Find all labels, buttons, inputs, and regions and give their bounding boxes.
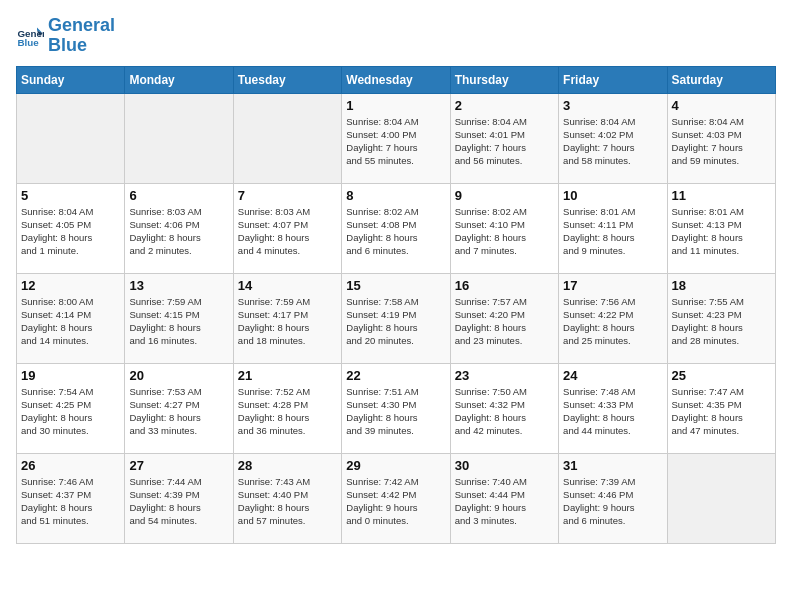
calendar-cell: 13Sunrise: 7:59 AM Sunset: 4:15 PM Dayli… (125, 273, 233, 363)
day-info: Sunrise: 8:01 AM Sunset: 4:13 PM Dayligh… (672, 205, 771, 258)
day-number: 31 (563, 458, 662, 473)
day-info: Sunrise: 7:40 AM Sunset: 4:44 PM Dayligh… (455, 475, 554, 528)
calendar-cell: 21Sunrise: 7:52 AM Sunset: 4:28 PM Dayli… (233, 363, 341, 453)
calendar-cell: 19Sunrise: 7:54 AM Sunset: 4:25 PM Dayli… (17, 363, 125, 453)
day-number: 16 (455, 278, 554, 293)
calendar-cell: 30Sunrise: 7:40 AM Sunset: 4:44 PM Dayli… (450, 453, 558, 543)
day-number: 30 (455, 458, 554, 473)
calendar-cell: 20Sunrise: 7:53 AM Sunset: 4:27 PM Dayli… (125, 363, 233, 453)
day-number: 29 (346, 458, 445, 473)
day-info: Sunrise: 7:56 AM Sunset: 4:22 PM Dayligh… (563, 295, 662, 348)
calendar-cell: 27Sunrise: 7:44 AM Sunset: 4:39 PM Dayli… (125, 453, 233, 543)
day-number: 20 (129, 368, 228, 383)
calendar-week-row: 5Sunrise: 8:04 AM Sunset: 4:05 PM Daylig… (17, 183, 776, 273)
calendar-cell: 25Sunrise: 7:47 AM Sunset: 4:35 PM Dayli… (667, 363, 775, 453)
day-number: 2 (455, 98, 554, 113)
day-number: 28 (238, 458, 337, 473)
svg-text:Blue: Blue (17, 37, 39, 48)
calendar-cell: 5Sunrise: 8:04 AM Sunset: 4:05 PM Daylig… (17, 183, 125, 273)
calendar-cell: 10Sunrise: 8:01 AM Sunset: 4:11 PM Dayli… (559, 183, 667, 273)
calendar-cell: 23Sunrise: 7:50 AM Sunset: 4:32 PM Dayli… (450, 363, 558, 453)
day-number: 27 (129, 458, 228, 473)
weekday-header-cell: Wednesday (342, 66, 450, 93)
day-info: Sunrise: 8:03 AM Sunset: 4:07 PM Dayligh… (238, 205, 337, 258)
day-number: 19 (21, 368, 120, 383)
calendar-cell (667, 453, 775, 543)
weekday-header-cell: Saturday (667, 66, 775, 93)
calendar-cell: 22Sunrise: 7:51 AM Sunset: 4:30 PM Dayli… (342, 363, 450, 453)
calendar-week-row: 1Sunrise: 8:04 AM Sunset: 4:00 PM Daylig… (17, 93, 776, 183)
day-info: Sunrise: 7:39 AM Sunset: 4:46 PM Dayligh… (563, 475, 662, 528)
weekday-header-row: SundayMondayTuesdayWednesdayThursdayFrid… (17, 66, 776, 93)
day-number: 21 (238, 368, 337, 383)
calendar-cell: 15Sunrise: 7:58 AM Sunset: 4:19 PM Dayli… (342, 273, 450, 363)
day-number: 7 (238, 188, 337, 203)
calendar-cell: 12Sunrise: 8:00 AM Sunset: 4:14 PM Dayli… (17, 273, 125, 363)
day-number: 17 (563, 278, 662, 293)
calendar-cell: 17Sunrise: 7:56 AM Sunset: 4:22 PM Dayli… (559, 273, 667, 363)
day-info: Sunrise: 7:57 AM Sunset: 4:20 PM Dayligh… (455, 295, 554, 348)
day-info: Sunrise: 8:04 AM Sunset: 4:03 PM Dayligh… (672, 115, 771, 168)
day-info: Sunrise: 7:43 AM Sunset: 4:40 PM Dayligh… (238, 475, 337, 528)
day-number: 10 (563, 188, 662, 203)
weekday-header-cell: Thursday (450, 66, 558, 93)
day-info: Sunrise: 7:50 AM Sunset: 4:32 PM Dayligh… (455, 385, 554, 438)
calendar-cell: 18Sunrise: 7:55 AM Sunset: 4:23 PM Dayli… (667, 273, 775, 363)
day-info: Sunrise: 7:44 AM Sunset: 4:39 PM Dayligh… (129, 475, 228, 528)
day-number: 11 (672, 188, 771, 203)
day-number: 1 (346, 98, 445, 113)
day-info: Sunrise: 7:48 AM Sunset: 4:33 PM Dayligh… (563, 385, 662, 438)
day-info: Sunrise: 7:59 AM Sunset: 4:15 PM Dayligh… (129, 295, 228, 348)
calendar-cell: 14Sunrise: 7:59 AM Sunset: 4:17 PM Dayli… (233, 273, 341, 363)
day-info: Sunrise: 7:52 AM Sunset: 4:28 PM Dayligh… (238, 385, 337, 438)
calendar-cell: 26Sunrise: 7:46 AM Sunset: 4:37 PM Dayli… (17, 453, 125, 543)
day-info: Sunrise: 8:04 AM Sunset: 4:01 PM Dayligh… (455, 115, 554, 168)
day-number: 12 (21, 278, 120, 293)
day-info: Sunrise: 8:02 AM Sunset: 4:10 PM Dayligh… (455, 205, 554, 258)
logo-text: General Blue (48, 16, 115, 56)
day-number: 8 (346, 188, 445, 203)
calendar-cell: 11Sunrise: 8:01 AM Sunset: 4:13 PM Dayli… (667, 183, 775, 273)
day-number: 24 (563, 368, 662, 383)
day-info: Sunrise: 7:46 AM Sunset: 4:37 PM Dayligh… (21, 475, 120, 528)
day-number: 3 (563, 98, 662, 113)
calendar-week-row: 26Sunrise: 7:46 AM Sunset: 4:37 PM Dayli… (17, 453, 776, 543)
day-info: Sunrise: 8:04 AM Sunset: 4:00 PM Dayligh… (346, 115, 445, 168)
weekday-header-cell: Friday (559, 66, 667, 93)
calendar-table: SundayMondayTuesdayWednesdayThursdayFrid… (16, 66, 776, 544)
calendar-cell: 29Sunrise: 7:42 AM Sunset: 4:42 PM Dayli… (342, 453, 450, 543)
calendar-body: 1Sunrise: 8:04 AM Sunset: 4:00 PM Daylig… (17, 93, 776, 543)
calendar-cell: 31Sunrise: 7:39 AM Sunset: 4:46 PM Dayli… (559, 453, 667, 543)
day-number: 22 (346, 368, 445, 383)
day-number: 14 (238, 278, 337, 293)
day-info: Sunrise: 7:55 AM Sunset: 4:23 PM Dayligh… (672, 295, 771, 348)
day-number: 13 (129, 278, 228, 293)
logo-icon: General Blue (16, 22, 44, 50)
day-number: 18 (672, 278, 771, 293)
day-number: 23 (455, 368, 554, 383)
day-info: Sunrise: 7:58 AM Sunset: 4:19 PM Dayligh… (346, 295, 445, 348)
calendar-cell: 16Sunrise: 7:57 AM Sunset: 4:20 PM Dayli… (450, 273, 558, 363)
day-info: Sunrise: 8:01 AM Sunset: 4:11 PM Dayligh… (563, 205, 662, 258)
calendar-cell: 9Sunrise: 8:02 AM Sunset: 4:10 PM Daylig… (450, 183, 558, 273)
weekday-header-cell: Sunday (17, 66, 125, 93)
calendar-cell: 1Sunrise: 8:04 AM Sunset: 4:00 PM Daylig… (342, 93, 450, 183)
day-info: Sunrise: 7:54 AM Sunset: 4:25 PM Dayligh… (21, 385, 120, 438)
calendar-cell: 24Sunrise: 7:48 AM Sunset: 4:33 PM Dayli… (559, 363, 667, 453)
day-number: 6 (129, 188, 228, 203)
day-info: Sunrise: 7:59 AM Sunset: 4:17 PM Dayligh… (238, 295, 337, 348)
day-info: Sunrise: 7:42 AM Sunset: 4:42 PM Dayligh… (346, 475, 445, 528)
calendar-cell (17, 93, 125, 183)
logo: General Blue General Blue (16, 16, 115, 56)
calendar-cell: 2Sunrise: 8:04 AM Sunset: 4:01 PM Daylig… (450, 93, 558, 183)
day-info: Sunrise: 7:47 AM Sunset: 4:35 PM Dayligh… (672, 385, 771, 438)
day-info: Sunrise: 8:03 AM Sunset: 4:06 PM Dayligh… (129, 205, 228, 258)
calendar-cell: 8Sunrise: 8:02 AM Sunset: 4:08 PM Daylig… (342, 183, 450, 273)
weekday-header-cell: Tuesday (233, 66, 341, 93)
day-info: Sunrise: 8:04 AM Sunset: 4:05 PM Dayligh… (21, 205, 120, 258)
calendar-cell (125, 93, 233, 183)
calendar-cell (233, 93, 341, 183)
day-number: 4 (672, 98, 771, 113)
day-number: 15 (346, 278, 445, 293)
calendar-cell: 4Sunrise: 8:04 AM Sunset: 4:03 PM Daylig… (667, 93, 775, 183)
